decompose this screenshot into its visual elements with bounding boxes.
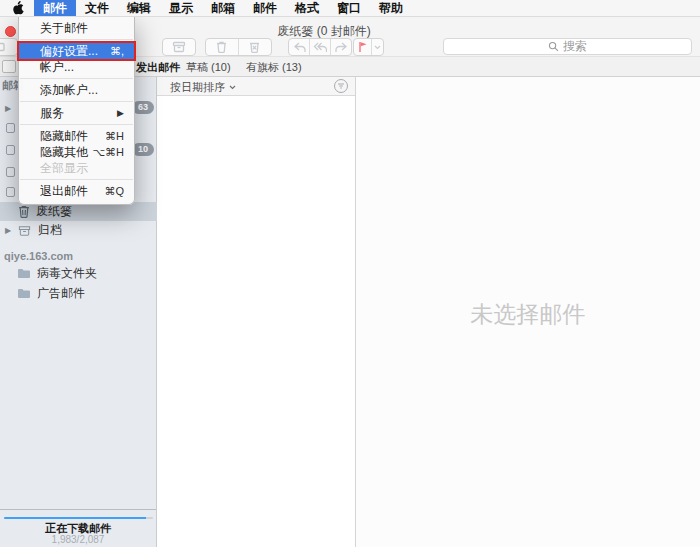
forward-button[interactable] <box>331 39 351 55</box>
archive-button[interactable] <box>162 38 196 56</box>
sidebar-icon-partial <box>6 123 15 133</box>
menu-item-accounts[interactable]: 帐户... <box>19 59 134 75</box>
flag-icon <box>358 41 368 53</box>
filter-funnel-icon <box>337 83 345 90</box>
compose-icon <box>0 42 5 52</box>
menu-separator <box>20 179 133 180</box>
sidebar-item-archive[interactable]: ▶ 归档 <box>0 221 157 240</box>
message-list-header: 按日期排序 <box>157 77 355 96</box>
reply-all-button[interactable] <box>310 39 331 55</box>
reply-button[interactable] <box>289 39 310 55</box>
sidebar-icon-partial <box>6 145 15 155</box>
close-window-button[interactable] <box>5 26 16 37</box>
mailbox-list-toggle-partial[interactable] <box>2 60 16 73</box>
filter-button[interactable] <box>334 79 348 93</box>
folder-icon <box>17 288 31 299</box>
sidebar-section-account: qiye.163.com <box>4 250 73 262</box>
flag-menu-button[interactable] <box>372 39 383 55</box>
menubar-item-window[interactable]: 窗口 <box>328 0 370 16</box>
menubar-item-format[interactable]: 格式 <box>286 0 328 16</box>
favorite-sent[interactable]: 发出邮件 <box>136 60 180 75</box>
trash-icon <box>216 41 227 53</box>
flag-group <box>353 38 384 56</box>
menu-separator <box>20 101 133 102</box>
download-progress-fill <box>4 517 146 519</box>
menu-item-quit-mail[interactable]: 退出邮件 ⌘Q <box>19 183 134 199</box>
download-progress-bar <box>4 517 153 519</box>
submenu-arrow-icon: ▶ <box>117 105 124 121</box>
menu-item-label: 隐藏邮件 <box>40 128 88 144</box>
sidebar-item-label: 病毒文件夹 <box>37 264 97 283</box>
delete-junk-group <box>205 38 272 56</box>
menu-item-label: 全部显示 <box>40 160 88 176</box>
favorite-flagged[interactable]: 有旗标 (13) <box>246 60 302 75</box>
reply-icon <box>293 42 306 53</box>
menubar-item-mail[interactable]: 邮件 <box>34 0 76 16</box>
archive-icon <box>18 225 31 237</box>
menubar-item-edit[interactable]: 编辑 <box>118 0 160 16</box>
trash-icon <box>18 205 30 218</box>
apple-icon <box>12 1 24 15</box>
forward-icon <box>335 42 348 53</box>
menubar-item-view[interactable]: 显示 <box>160 0 202 16</box>
menu-item-add-account[interactable]: 添加帐户... <box>19 82 134 98</box>
sidebar-item-ad-mail[interactable]: 广告邮件 <box>0 284 157 303</box>
search-icon <box>548 41 559 52</box>
chevron-down-icon <box>229 85 236 90</box>
menu-separator <box>20 39 133 40</box>
menubar-item-message[interactable]: 邮件 <box>244 0 286 16</box>
disclosure-triangle-icon[interactable]: ▶ <box>5 226 11 235</box>
archive-icon <box>172 41 186 53</box>
menu-shortcut: ⌘, <box>110 43 124 59</box>
sidebar-icon-partial <box>6 167 15 177</box>
menu-item-label: 退出邮件 <box>40 183 88 199</box>
search-input[interactable]: 搜索 <box>443 38 692 55</box>
sort-label: 按日期排序 <box>170 80 225 95</box>
sort-by-date-button[interactable]: 按日期排序 <box>170 80 236 95</box>
mail-app-menu: 关于邮件 偏好设置... ⌘, 帐户... 添加帐户... 服务 ▶ 隐藏邮件 … <box>18 16 135 205</box>
favorite-drafts[interactable]: 草稿 (10) <box>186 60 231 75</box>
message-view-pane: 未选择邮件 <box>356 77 700 547</box>
chevron-down-icon <box>374 45 381 50</box>
menu-item-hide-others[interactable]: 隐藏其他 ⌥⌘H <box>19 144 134 160</box>
menu-item-preferences[interactable]: 偏好设置... ⌘, <box>19 43 134 59</box>
search-placeholder: 搜索 <box>563 38 587 55</box>
apple-menu[interactable] <box>0 0 34 16</box>
no-message-selected-text: 未选择邮件 <box>356 299 700 330</box>
message-list-pane: 按日期排序 <box>157 77 356 547</box>
menu-separator <box>20 78 133 79</box>
menu-item-services[interactable]: 服务 ▶ <box>19 105 134 121</box>
menu-item-label: 添加帐户... <box>40 82 98 98</box>
menubar-item-mailbox[interactable]: 邮箱 <box>202 0 244 16</box>
menu-item-show-all: 全部显示 <box>19 160 134 176</box>
sidebar-item-label: 归档 <box>38 221 62 240</box>
menu-item-about-mail[interactable]: 关于邮件 <box>19 20 134 36</box>
junk-button[interactable] <box>239 39 272 55</box>
compose-button-partial[interactable] <box>0 38 18 56</box>
inbox-count-badge: 63 <box>132 101 154 114</box>
sidebar-item-virus-folder[interactable]: 病毒文件夹 <box>0 264 157 283</box>
reply-all-icon <box>313 42 327 53</box>
menu-item-label: 帐户... <box>40 59 74 75</box>
folder-icon <box>17 268 31 279</box>
disclosure-triangle-inbox[interactable]: ▶ <box>5 104 11 113</box>
menu-item-label: 隐藏其他 <box>40 144 88 160</box>
reply-group <box>288 38 352 56</box>
menu-item-label: 偏好设置... <box>40 43 98 59</box>
delete-button[interactable] <box>206 39 239 55</box>
menu-shortcut: ⌥⌘H <box>92 144 124 160</box>
activity-progress-count: 1,983/2,087 <box>0 534 156 545</box>
flag-button[interactable] <box>354 39 372 55</box>
menubar-item-file[interactable]: 文件 <box>76 0 118 16</box>
menu-item-label: 关于邮件 <box>40 20 88 36</box>
menu-shortcut: ⌘H <box>105 128 124 144</box>
activity-status-area: 正在下载邮件 1,983/2,087 <box>0 509 156 547</box>
menu-shortcut: ⌘Q <box>104 183 124 199</box>
sidebar-icon-partial <box>6 187 15 197</box>
menu-separator <box>20 124 133 125</box>
sidebar-item-label: 广告邮件 <box>37 284 85 303</box>
drafts-count-badge: 10 <box>132 143 154 156</box>
menu-item-label: 服务 <box>40 105 64 121</box>
menubar-item-help[interactable]: 帮助 <box>370 0 412 16</box>
menu-item-hide-mail[interactable]: 隐藏邮件 ⌘H <box>19 128 134 144</box>
